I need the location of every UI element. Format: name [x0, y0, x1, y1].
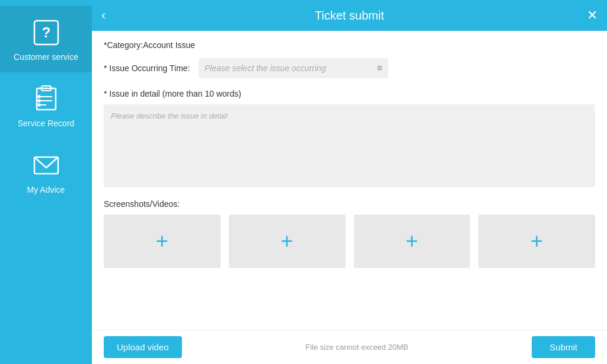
- sidebar-item-service-record[interactable]: Service Record: [0, 72, 92, 139]
- screenshot-slot-1[interactable]: +: [104, 215, 221, 268]
- sidebar-item-customer-service[interactable]: ? Customer service: [0, 6, 92, 72]
- category-row: *Category:Account Issue: [104, 40, 595, 50]
- category-label: *Category:: [104, 40, 143, 50]
- add-screenshot-1-icon: +: [156, 231, 168, 252]
- footer: Upload video File size cannot exceed 20M…: [92, 330, 607, 364]
- mail-icon: [30, 149, 62, 181]
- sidebar-label-service-record: Service Record: [18, 119, 75, 128]
- screenshot-slot-3[interactable]: +: [354, 215, 471, 268]
- screenshots-label: Screenshots/Videos:: [104, 199, 595, 209]
- svg-text:?: ?: [41, 24, 50, 40]
- svg-point-7: [38, 96, 40, 98]
- form-area: *Category:Account Issue * Issue Occurrin…: [92, 31, 607, 330]
- add-screenshot-2-icon: +: [281, 231, 293, 252]
- add-screenshot-4-icon: +: [531, 231, 543, 252]
- sidebar-label-customer-service: Customer service: [14, 52, 78, 62]
- detail-label: * Issue in detail (more than 10 words): [104, 89, 595, 98]
- svg-point-8: [38, 100, 40, 102]
- clipboard-icon: [30, 83, 62, 115]
- question-icon: ?: [30, 17, 62, 49]
- svg-point-9: [38, 104, 40, 106]
- screenshot-slot-4[interactable]: +: [478, 215, 595, 268]
- submit-button[interactable]: Submit: [532, 336, 595, 358]
- screenshots-row: + + + +: [104, 215, 595, 268]
- close-button[interactable]: ✕: [587, 8, 598, 23]
- category-value: Account Issue: [143, 40, 195, 50]
- header: ‹ Ticket submit ✕: [92, 0, 607, 31]
- page-title: Ticket submit: [315, 9, 384, 23]
- sidebar: ? Customer service Service Record: [0, 0, 92, 364]
- file-size-note: File size cannot exceed 20MB: [182, 343, 532, 352]
- add-screenshot-3-icon: +: [405, 231, 418, 252]
- main-content: ‹ Ticket submit ✕ *Category:Account Issu…: [92, 0, 607, 364]
- sidebar-item-my-advice[interactable]: My Advice: [0, 139, 92, 205]
- issue-select-placeholder: Please select the issue occurring: [205, 63, 372, 73]
- sidebar-label-my-advice: My Advice: [27, 185, 65, 194]
- issue-label: * Issue Occurring Time:: [104, 63, 199, 73]
- issue-row: * Issue Occurring Time: Please select th…: [104, 58, 595, 78]
- menu-icon: ≡: [377, 63, 382, 74]
- detail-textarea[interactable]: [104, 104, 595, 187]
- upload-video-button[interactable]: Upload video: [104, 336, 182, 358]
- back-button[interactable]: ‹: [101, 9, 106, 22]
- issue-select[interactable]: Please select the issue occurring ≡: [199, 58, 388, 78]
- screenshot-slot-2[interactable]: +: [229, 215, 346, 268]
